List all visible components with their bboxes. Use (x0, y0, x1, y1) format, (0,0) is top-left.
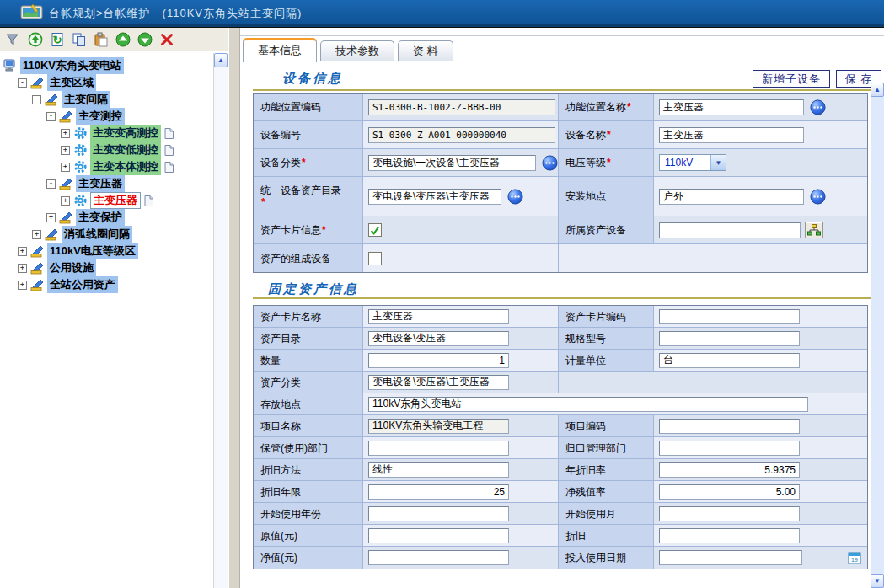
collapse-toggle-icon[interactable]: - (32, 95, 41, 104)
field-input[interactable] (368, 155, 536, 171)
tree-node-label[interactable]: 主变变低测控 (90, 142, 161, 158)
field-input[interactable] (368, 506, 509, 521)
tree-node[interactable]: +110kV电压等级区 (0, 243, 214, 259)
ellipsis-lookup-button[interactable] (542, 155, 558, 171)
expand-toggle-icon[interactable]: + (61, 163, 70, 172)
field-input[interactable] (659, 331, 800, 346)
field-input[interactable] (659, 127, 804, 143)
chevron-down-icon[interactable]: ▼ (710, 155, 726, 170)
field-input[interactable] (368, 375, 509, 390)
field-input[interactable] (368, 550, 509, 565)
tree-scroll-up-button[interactable]: ▲ (214, 53, 228, 67)
field-input[interactable] (368, 462, 509, 478)
collapse-toggle-icon[interactable]: - (18, 78, 27, 88)
expand-toggle-icon[interactable]: + (61, 146, 70, 155)
tree-node-label[interactable]: 主变压器 (76, 175, 125, 192)
expand-toggle-icon[interactable]: + (61, 129, 70, 138)
tab-documents[interactable]: 资 料 (398, 40, 453, 61)
tree-panel: ↻ 110KV东角头变电站-主变区域-主变间隔-主变测控+主变变高测控+主变变低… (0, 28, 228, 588)
tree-node-label[interactable]: 消弧线圈间隔 (62, 226, 132, 243)
ellipsis-lookup-button[interactable] (810, 99, 826, 115)
tree-node-label[interactable]: 主变保护 (76, 209, 125, 226)
field-input[interactable] (659, 99, 804, 115)
content-scrollbar[interactable]: ▲ ▼ (871, 83, 884, 588)
tree-node[interactable]: +主变本体测控 (0, 158, 214, 175)
field-input[interactable] (368, 309, 509, 324)
delete-icon[interactable] (158, 31, 174, 47)
field-input[interactable] (659, 353, 800, 368)
field-input[interactable] (659, 309, 800, 324)
tree-node-label[interactable]: 主变测控 (76, 108, 125, 125)
field-input[interactable] (368, 528, 509, 543)
tree-node-label[interactable]: 全站公用资产 (47, 276, 118, 293)
field-input[interactable] (659, 189, 804, 205)
field-input[interactable] (659, 441, 800, 456)
collapse-toggle-icon[interactable]: - (46, 112, 56, 121)
expand-toggle-icon[interactable]: + (46, 213, 56, 222)
tree-node-label[interactable]: 110KV东角头变电站 (20, 57, 124, 74)
tree-node[interactable]: +主变变低测控 (0, 142, 214, 158)
move-up-icon[interactable] (115, 31, 131, 47)
tree-node[interactable]: -主变间隔 (0, 91, 214, 108)
field-input[interactable] (368, 441, 509, 456)
expand-toggle-icon[interactable]: + (18, 264, 27, 273)
ellipsis-lookup-button[interactable] (507, 189, 523, 205)
date-picker-button[interactable]: 19 (848, 551, 862, 565)
tree-node-label[interactable]: 主变压器 (90, 192, 141, 209)
expand-toggle-icon[interactable]: + (18, 281, 27, 290)
tree-node-label[interactable]: 主变本体测控 (90, 158, 161, 175)
add-child-device-button[interactable]: 新增子设备 (753, 70, 830, 88)
tree-node[interactable]: +公用设施 (0, 259, 214, 276)
tab-technical-params[interactable]: 技术参数 (320, 40, 394, 61)
field-input[interactable] (368, 99, 555, 115)
expand-toggle-icon[interactable]: + (61, 196, 70, 206)
field-input[interactable] (368, 127, 555, 143)
copy-icon[interactable] (71, 31, 87, 47)
field-input[interactable] (659, 528, 800, 543)
field-input[interactable] (368, 397, 808, 412)
field-input[interactable] (659, 222, 801, 238)
tree-node[interactable]: -主变压器 (0, 175, 214, 192)
panel-splitter[interactable] (228, 28, 240, 588)
tree-node-label[interactable]: 110kV电压等级区 (47, 243, 138, 259)
move-down-icon[interactable] (137, 31, 153, 47)
tree-node-label[interactable]: 主变区域 (47, 74, 96, 91)
field-input[interactable] (659, 506, 800, 521)
tree-node-label[interactable]: 主变变高测控 (90, 125, 161, 142)
tree-node[interactable]: +主变保护 (0, 209, 214, 226)
tree-node-label[interactable]: 公用设施 (47, 259, 96, 276)
expand-toggle-icon[interactable]: + (18, 247, 27, 256)
field-input[interactable] (659, 419, 800, 434)
field-input[interactable] (659, 484, 800, 500)
tree-node[interactable]: -主变测控 (0, 108, 214, 125)
field-input[interactable] (659, 462, 800, 478)
expand-toggle-icon[interactable]: + (32, 230, 41, 239)
content-scroll-down-button[interactable]: ▼ (871, 574, 884, 588)
field-input[interactable] (368, 484, 509, 500)
checkbox-unchecked[interactable] (368, 252, 382, 265)
field-input[interactable] (368, 189, 501, 205)
tree-node[interactable]: +消弧线圈间隔 (0, 226, 214, 243)
checkbox-checked[interactable] (368, 223, 382, 237)
org-tree-picker-button[interactable] (805, 222, 823, 238)
paste-icon[interactable] (93, 31, 109, 47)
ellipsis-lookup-button[interactable] (810, 189, 826, 205)
tree-node[interactable]: +全站公用资产 (0, 276, 214, 293)
tree-node[interactable]: +主变变高测控 (0, 125, 214, 142)
filter-icon[interactable] (5, 31, 21, 47)
tab-basic-info[interactable]: 基本信息 (243, 38, 317, 62)
tree-node[interactable]: -主变区域 (0, 74, 214, 91)
collapse-toggle-icon[interactable]: - (46, 179, 56, 189)
tree-node[interactable]: +主变压器 (0, 192, 214, 209)
content-scroll-up-button[interactable]: ▲ (871, 83, 884, 97)
field-input[interactable] (659, 550, 802, 565)
field-input[interactable] (368, 353, 509, 368)
tree-node[interactable]: 110KV东角头变电站 (0, 57, 214, 74)
tree-scrollbar[interactable]: ▲ (213, 53, 228, 588)
refresh-icon[interactable]: ↻ (49, 31, 65, 47)
upload-icon[interactable] (27, 31, 43, 47)
voltage-select[interactable]: 110kV▼ (659, 154, 726, 171)
tree-node-label[interactable]: 主变间隔 (62, 91, 110, 108)
field-input[interactable] (368, 419, 509, 434)
field-input[interactable] (368, 331, 509, 346)
